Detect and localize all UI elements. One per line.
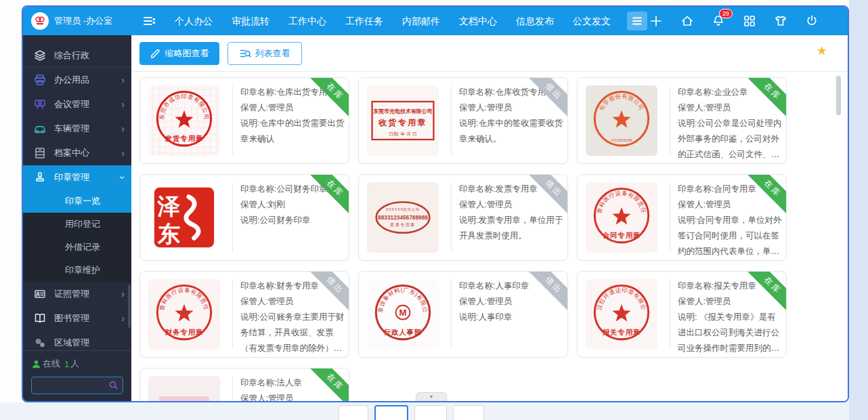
seal-card[interactable]: 贵州鲁科医疗设备有限责任公司合同专用章印章名称:合同专用章保管人:管理员说明:合… — [577, 174, 787, 261]
seal-description: 说明:仓库中的签收需要收货章来确认。 — [459, 116, 563, 147]
seal-stamp-image: 东莞市光电技术有限公司收货专用章日期: 年 月 日 — [367, 85, 439, 156]
page-button-stub-active[interactable] — [374, 405, 408, 420]
seal-card[interactable]: 泽东印章名称:公司财务印章保管人:刘刚说明:公司财务印章在库 — [139, 174, 349, 261]
card-divider — [670, 86, 670, 155]
svg-text:合同专用章: 合同专用章 — [602, 231, 641, 239]
app-logo-icon — [31, 12, 49, 30]
svg-text:化学股份有限公司: 化学股份有限公司 — [598, 93, 646, 112]
seal-card[interactable]: 东莞市成功印章有限公司发货专用章印章名称:仓库出货专用章保管人:管理员说明:仓库… — [139, 77, 349, 164]
seal-stamp-image: 化学股份有限公司3312509189 — [586, 85, 657, 156]
sidebar-item-12[interactable]: 图书管理› — [23, 306, 131, 331]
collapse-panel-button[interactable]: ▼ — [416, 392, 447, 401]
user-role-label: 管理员 -办公室 — [54, 15, 112, 27]
status-badge: 在库 — [747, 175, 786, 214]
seal-card[interactable]: XXXXXX软件公司8833123456788988发票专用章印章名称:发票专用… — [358, 174, 568, 261]
card-divider — [670, 280, 670, 349]
status-ribbon-wrap: 借出 — [528, 175, 567, 214]
nav-more-icon[interactable] — [627, 12, 647, 30]
seal-card[interactable]: 印章设备材料(广东)有限公司M行政人事部印章名称:人事印章保管人:管理员说明:人… — [358, 271, 568, 358]
seal-card[interactable]: 东莞市光电技术有限公司收货专用章日期: 年 月 日印章名称:仓库收货专用章保管人… — [358, 77, 568, 164]
bell-icon[interactable]: 29 — [711, 14, 726, 28]
status-ribbon-wrap: 借出 — [309, 272, 349, 311]
sidebar-subitem-9[interactable]: 外借记录 — [23, 236, 131, 259]
svg-text:日期: 年 月 日: 日期: 年 月 日 — [389, 131, 417, 137]
status-ribbon-wrap: 在库 — [747, 78, 786, 117]
sidebar-item-6[interactable]: 印章管理› — [23, 165, 131, 190]
app-body: 综合行政办公用品›会议管理›车辆管理›档案中心›印章管理›印章一览用印登记外借记… — [23, 35, 848, 401]
seal-card[interactable]: 武汉红环通达印章有限公司报关专用章印章名称:报关专用章保管人:管理员说明: 《报… — [577, 271, 787, 358]
status-ribbon-wrap: 在库 — [747, 272, 786, 311]
sidebar-item-1[interactable]: 综合行政 — [23, 43, 131, 68]
search-icon[interactable] — [108, 380, 118, 393]
chevron-right-icon: › — [121, 313, 125, 324]
svg-text:财务专用章: 财务专用章 — [165, 328, 204, 336]
sidebar-subitem-10[interactable]: 印章维护 — [23, 259, 131, 282]
sidebar-search-input[interactable] — [36, 378, 104, 393]
thumbnail-view-button[interactable]: 缩略图查看 — [139, 42, 219, 65]
content-scrollbar — [836, 76, 841, 394]
theme-icon[interactable] — [773, 14, 788, 28]
card-divider — [670, 183, 670, 252]
nav-item-8[interactable]: 公文发文 — [563, 7, 620, 35]
sidebar-item-label: 车辆管理 — [54, 123, 121, 135]
list-view-button[interactable]: 列表查看 — [227, 42, 302, 65]
printer-icon — [34, 74, 46, 86]
projector-icon — [34, 98, 46, 110]
chevron-down-icon: › — [118, 176, 129, 180]
status-ribbon-wrap: 在库 — [309, 369, 349, 401]
sidebar-subitem-7[interactable]: 印章一览 — [23, 190, 131, 213]
status-badge: 在库 — [747, 272, 786, 311]
status-ribbon-wrap: 在库 — [309, 78, 349, 117]
chevron-right-icon: › — [121, 123, 125, 134]
svg-text:泽: 泽 — [157, 194, 181, 219]
seal-card[interactable]: 化学股份有限公司3312509189印章名称:企业公章保管人:管理员说明:公司公… — [577, 77, 787, 164]
top-navigation-bar: 管理员 -办公室 个人办公审批流转工作中心工作任务内部邮件文档中心信息发布公文发… — [23, 7, 848, 35]
svg-text:M: M — [399, 308, 406, 318]
seal-card[interactable]: 印章名称:法人章保管人:管理员在库 — [139, 368, 349, 401]
sidebar-scrollbar-thumb[interactable] — [128, 285, 131, 328]
sidebar-item-label: 综合行政 — [54, 49, 125, 62]
power-icon[interactable] — [804, 14, 819, 28]
sidebar-item-2[interactable]: 办公用品› — [23, 68, 131, 92]
menu-toggle-icon[interactable] — [142, 14, 156, 28]
sidebar-menu: 综合行政办公用品›会议管理›车辆管理›档案中心›印章管理›印章一览用印登记外借记… — [23, 35, 131, 355]
notification-badge: 29 — [719, 9, 733, 18]
nav-item-5[interactable]: 内部邮件 — [393, 7, 450, 35]
sidebar-item-4[interactable]: 车辆管理› — [23, 117, 131, 141]
sidebar-item-label: 证照管理 — [54, 288, 121, 300]
page-button-stub[interactable] — [414, 405, 447, 420]
gears-icon — [34, 337, 46, 349]
status-badge: 在库 — [747, 78, 786, 117]
nav-item-2[interactable]: 审批流转 — [222, 7, 279, 35]
content-scrollbar-thumb[interactable] — [836, 76, 841, 115]
sidebar-subitem-8[interactable]: 用印登记 — [23, 213, 131, 236]
nav-item-6[interactable]: 文档中心 — [450, 7, 506, 35]
nav-item-1[interactable]: 个人办公 — [165, 7, 222, 35]
apps-icon[interactable] — [742, 14, 757, 28]
home-icon[interactable] — [680, 14, 695, 28]
sidebar-item-label: 印章管理 — [54, 171, 121, 184]
svg-text:XXXXXX软件公司: XXXXXX软件公司 — [386, 207, 420, 211]
nav-item-3[interactable]: 工作中心 — [279, 7, 336, 35]
sidebar-item-label: 区域管理 — [54, 337, 125, 349]
svg-text:行政人事部: 行政人事部 — [383, 328, 422, 336]
svg-text:发货专用章: 发货专用章 — [165, 134, 204, 143]
nav-item-4[interactable]: 工作任务 — [336, 7, 393, 35]
top-nav-menu: 个人办公审批流转工作中心工作任务内部邮件文档中心信息发布公文发文 — [165, 7, 620, 35]
seal-stamp-image: 泽东 — [148, 182, 220, 253]
status-badge: 在库 — [309, 175, 349, 214]
favorite-star-icon[interactable]: ★ — [817, 43, 827, 58]
logo-area[interactable]: 管理员 -办公室 — [23, 7, 131, 35]
seal-card[interactable]: 贵州鲁科医疗设备有限责任公司财务专用章印章名称:财务专用章保管人:管理员说明:公… — [139, 271, 349, 358]
sidebar-item-5[interactable]: 档案中心› — [23, 141, 131, 165]
page-background-right — [849, 0, 868, 420]
plus-icon[interactable] — [649, 14, 664, 28]
page-button-stub[interactable] — [339, 405, 368, 420]
sidebar-item-3[interactable]: 会议管理› — [23, 92, 131, 117]
sidebar-item-11[interactable]: 证照管理› — [23, 282, 131, 306]
online-count: 1 — [64, 359, 69, 369]
card-divider — [232, 377, 233, 401]
chevron-right-icon: › — [121, 148, 125, 159]
page-button-stub[interactable] — [453, 405, 484, 420]
nav-item-7[interactable]: 信息发布 — [506, 7, 563, 35]
